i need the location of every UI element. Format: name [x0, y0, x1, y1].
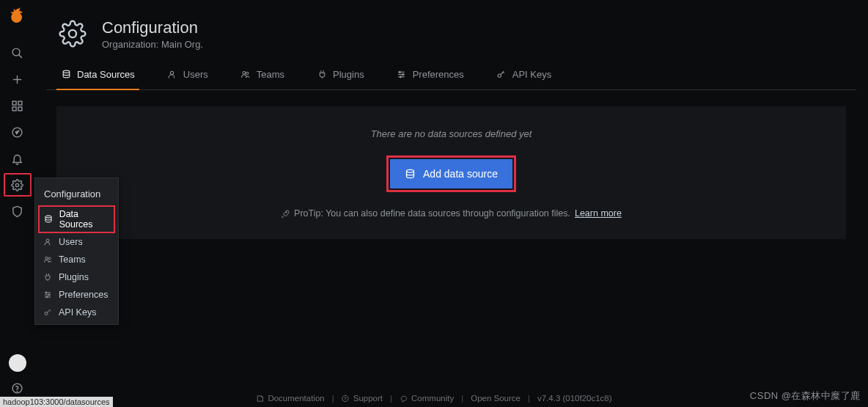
svg-point-34: [400, 76, 401, 78]
tab-plugins[interactable]: Plugins: [312, 60, 369, 90]
protip: ProTip: You can also define data sources…: [281, 208, 622, 219]
flyout-item-label: Users: [59, 237, 83, 247]
svg-point-21: [48, 294, 50, 296]
flyout-item-label: Plugins: [59, 272, 89, 282]
footer-version[interactable]: v7.4.3 (010f20c1c8): [537, 394, 612, 403]
footer-link-support[interactable]: Support: [342, 394, 383, 403]
svg-point-22: [46, 296, 48, 298]
svg-point-15: [45, 257, 48, 260]
flyout-item-preferences[interactable]: Preferences: [35, 286, 118, 304]
flyout-item-users[interactable]: Users: [35, 233, 118, 251]
grafana-logo[interactable]: [7, 6, 29, 28]
svg-point-24: [69, 30, 76, 37]
sidebar-bottom: [0, 354, 34, 403]
plug-icon: [43, 273, 53, 282]
svg-point-23: [45, 312, 48, 315]
key-icon: [496, 70, 507, 79]
svg-rect-5: [18, 101, 22, 105]
svg-point-25: [63, 70, 70, 73]
flyout-item-label: API Keys: [59, 307, 96, 318]
tab-label: Data Sources: [77, 69, 135, 80]
page-gear-icon: [56, 18, 89, 50]
tab-users[interactable]: Users: [163, 60, 213, 90]
svg-point-14: [46, 239, 49, 242]
protip-text: ProTip: You can also define data sources…: [294, 208, 570, 219]
flyout-item-teams[interactable]: Teams: [35, 251, 118, 268]
explore-icon[interactable]: [4, 120, 32, 144]
svg-point-33: [402, 73, 404, 75]
tab-api-keys[interactable]: API Keys: [492, 60, 556, 90]
content-panel: There are no data sources defined yet Ad…: [56, 106, 846, 239]
tabs-bar: Data Sources Users Teams Plugins Prefere…: [46, 60, 856, 90]
svg-line-1: [19, 54, 22, 57]
tab-label: Preferences: [413, 69, 464, 80]
tab-label: API Keys: [512, 69, 551, 80]
config-flyout: Configuration Data Sources Users Teams P…: [34, 177, 119, 325]
footer: Documentation | Support | Community | Op…: [256, 394, 611, 403]
footer-link-community[interactable]: Community: [400, 394, 454, 403]
sliders-icon: [43, 290, 53, 299]
svg-point-16: [48, 257, 51, 260]
sliders-icon: [397, 70, 407, 79]
learn-more-link[interactable]: Learn more: [575, 208, 622, 219]
tab-teams[interactable]: Teams: [236, 60, 289, 90]
user-icon: [167, 70, 177, 79]
svg-point-28: [246, 72, 249, 74]
tab-label: Teams: [257, 69, 284, 80]
user-icon: [43, 238, 53, 246]
database-icon: [405, 169, 416, 180]
search-icon[interactable]: [4, 41, 32, 65]
flyout-item-label: Preferences: [59, 290, 108, 300]
add-button-highlight: Add data source: [386, 155, 516, 192]
svg-point-32: [399, 71, 400, 73]
database-icon: [61, 70, 71, 79]
footer-link-opensource[interactable]: Open Source: [471, 394, 521, 403]
svg-point-10: [15, 183, 18, 186]
svg-point-12: [17, 391, 18, 392]
users-icon: [240, 70, 251, 79]
tab-data-sources[interactable]: Data Sources: [56, 60, 139, 90]
alerting-icon[interactable]: [4, 147, 32, 170]
user-avatar[interactable]: [9, 354, 26, 372]
key-icon: [43, 308, 53, 317]
tab-label: Users: [183, 69, 208, 80]
browser-status-url: hadoop103:3000/datasources: [0, 397, 113, 407]
svg-marker-9: [15, 131, 18, 133]
app-root: Configuration Data Sources Users Teams P…: [0, 0, 868, 407]
svg-rect-6: [12, 106, 16, 110]
svg-rect-4: [12, 101, 16, 105]
svg-point-26: [171, 71, 174, 74]
svg-point-36: [407, 169, 414, 172]
svg-point-37: [286, 212, 287, 213]
flyout-item-label: Teams: [59, 254, 86, 265]
dashboards-icon[interactable]: [4, 94, 32, 117]
svg-rect-7: [18, 106, 22, 110]
tab-label: Plugins: [333, 69, 364, 80]
page-subtitle: Organization: Main Org.: [102, 39, 203, 50]
tab-preferences[interactable]: Preferences: [392, 60, 468, 90]
add-data-source-button[interactable]: Add data source: [390, 159, 512, 188]
page-header: Configuration Organization: Main Org.: [46, 0, 856, 60]
nav-sidebar: [0, 0, 34, 407]
flyout-item-data-sources[interactable]: Data Sources: [38, 205, 115, 233]
database-icon: [44, 215, 54, 224]
flyout-item-label: Data Sources: [59, 209, 109, 230]
svg-point-13: [45, 216, 51, 218]
footer-link-docs[interactable]: Documentation: [256, 394, 324, 403]
flyout-item-api-keys[interactable]: API Keys: [35, 304, 118, 321]
svg-point-38: [342, 395, 348, 401]
server-admin-icon[interactable]: [4, 199, 32, 223]
rocket-icon: [281, 209, 290, 218]
users-icon: [43, 255, 53, 264]
flyout-item-plugins[interactable]: Plugins: [35, 268, 118, 286]
svg-point-0: [12, 48, 20, 56]
create-icon[interactable]: [4, 67, 32, 91]
empty-state-text: There are no data sources defined yet: [371, 128, 532, 139]
main-content: Configuration Organization: Main Org. Da…: [34, 0, 868, 407]
configuration-icon[interactable]: [4, 173, 32, 197]
page-titles: Configuration Organization: Main Org.: [102, 18, 203, 50]
button-label: Add data source: [423, 168, 498, 180]
svg-point-35: [498, 74, 501, 77]
page-title: Configuration: [102, 18, 203, 37]
svg-point-20: [45, 292, 47, 293]
